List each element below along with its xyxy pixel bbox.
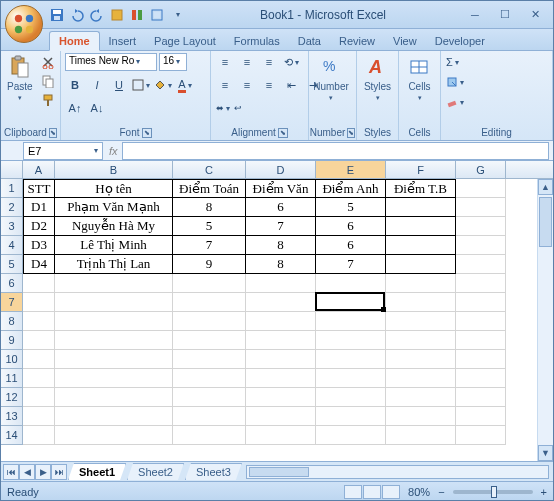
- cell[interactable]: [55, 312, 173, 331]
- cell[interactable]: [456, 312, 506, 331]
- maximize-button[interactable]: ☐: [491, 6, 519, 24]
- cell[interactable]: [23, 388, 55, 407]
- sheet-nav-last-icon[interactable]: ⏭: [51, 464, 67, 480]
- formula-input[interactable]: [122, 142, 549, 160]
- cell[interactable]: 6: [246, 198, 316, 217]
- cell[interactable]: [23, 274, 55, 293]
- cell[interactable]: [456, 350, 506, 369]
- cell[interactable]: [386, 312, 456, 331]
- cell[interactable]: [55, 350, 173, 369]
- cell[interactable]: [173, 274, 246, 293]
- column-header[interactable]: B: [55, 161, 173, 178]
- cell[interactable]: [246, 293, 316, 312]
- cell[interactable]: Trịnh Thị Lan: [55, 255, 173, 274]
- zoom-in-icon[interactable]: +: [541, 486, 547, 498]
- cell[interactable]: [316, 369, 386, 388]
- row-header[interactable]: 5: [1, 255, 23, 274]
- qat-icon[interactable]: [109, 7, 125, 23]
- cell[interactable]: [55, 388, 173, 407]
- row-header[interactable]: 12: [1, 388, 23, 407]
- cell[interactable]: D2: [23, 217, 55, 236]
- cell[interactable]: [23, 350, 55, 369]
- align-right-icon[interactable]: ≡: [259, 76, 279, 94]
- align-bottom-icon[interactable]: ≡: [259, 53, 279, 71]
- cell[interactable]: [173, 369, 246, 388]
- cell[interactable]: STT: [23, 179, 55, 198]
- cell[interactable]: [316, 293, 386, 312]
- cell[interactable]: [456, 407, 506, 426]
- sheet-tab[interactable]: Sheet2: [127, 463, 184, 480]
- cell[interactable]: 7: [173, 236, 246, 255]
- paste-button[interactable]: Paste ▾: [5, 53, 35, 104]
- vertical-scrollbar[interactable]: ▲ ▼: [537, 179, 553, 461]
- cell[interactable]: [386, 426, 456, 445]
- column-header[interactable]: C: [173, 161, 246, 178]
- page-break-view-icon[interactable]: [382, 485, 400, 499]
- cell[interactable]: [246, 369, 316, 388]
- cell[interactable]: [173, 350, 246, 369]
- format-painter-icon[interactable]: [38, 91, 58, 109]
- sheet-tab[interactable]: Sheet3: [185, 463, 242, 480]
- cell[interactable]: [173, 388, 246, 407]
- cell[interactable]: [316, 388, 386, 407]
- cell[interactable]: [173, 293, 246, 312]
- cell[interactable]: [386, 388, 456, 407]
- minimize-button[interactable]: ─: [461, 6, 489, 24]
- horizontal-scrollbar[interactable]: [246, 465, 549, 479]
- cell[interactable]: [386, 198, 456, 217]
- column-header[interactable]: E: [316, 161, 386, 178]
- worksheet-grid[interactable]: ABCDEFG 1234567891011121314 STTHọ tênĐiể…: [1, 161, 553, 461]
- cell[interactable]: [246, 312, 316, 331]
- cell[interactable]: [456, 274, 506, 293]
- styles-button[interactable]: A Styles▾: [361, 53, 394, 104]
- align-top-icon[interactable]: ≡: [215, 53, 235, 71]
- cell[interactable]: [456, 255, 506, 274]
- row-header[interactable]: 11: [1, 369, 23, 388]
- cell[interactable]: [456, 179, 506, 198]
- qat-customize-icon[interactable]: [169, 7, 185, 23]
- cell[interactable]: [456, 293, 506, 312]
- cell[interactable]: [386, 217, 456, 236]
- cell[interactable]: [386, 350, 456, 369]
- font-launcher-icon[interactable]: ⬊: [142, 128, 152, 138]
- cell[interactable]: [246, 426, 316, 445]
- alignment-launcher-icon[interactable]: ⬊: [278, 128, 288, 138]
- cell[interactable]: [173, 407, 246, 426]
- row-header[interactable]: 6: [1, 274, 23, 293]
- cell[interactable]: Phạm Văn Mạnh: [55, 198, 173, 217]
- tab-view[interactable]: View: [384, 32, 426, 50]
- cell[interactable]: D3: [23, 236, 55, 255]
- cell[interactable]: [246, 331, 316, 350]
- cell[interactable]: [456, 198, 506, 217]
- grow-font-icon[interactable]: A↑: [65, 99, 85, 117]
- cell[interactable]: [386, 407, 456, 426]
- cell[interactable]: [386, 255, 456, 274]
- cell[interactable]: [456, 388, 506, 407]
- row-header[interactable]: 7: [1, 293, 23, 312]
- cell[interactable]: Điểm Anh: [316, 179, 386, 198]
- cell[interactable]: [55, 331, 173, 350]
- qat-icon-2[interactable]: [129, 7, 145, 23]
- cell[interactable]: 7: [246, 217, 316, 236]
- cell[interactable]: [386, 274, 456, 293]
- tab-formulas[interactable]: Formulas: [225, 32, 289, 50]
- cell[interactable]: Lê Thị Minh: [55, 236, 173, 255]
- undo-icon[interactable]: [69, 7, 85, 23]
- sheet-nav-next-icon[interactable]: ▶: [35, 464, 51, 480]
- cell[interactable]: [316, 350, 386, 369]
- cell[interactable]: [173, 426, 246, 445]
- cell[interactable]: [316, 407, 386, 426]
- align-middle-icon[interactable]: ≡: [237, 53, 257, 71]
- cell[interactable]: [316, 312, 386, 331]
- tab-page-layout[interactable]: Page Layout: [145, 32, 225, 50]
- cell[interactable]: 9: [173, 255, 246, 274]
- scroll-thumb[interactable]: [539, 197, 552, 247]
- page-layout-view-icon[interactable]: [363, 485, 381, 499]
- tab-review[interactable]: Review: [330, 32, 384, 50]
- cell[interactable]: [55, 274, 173, 293]
- zoom-slider[interactable]: [453, 490, 533, 494]
- cell[interactable]: [456, 369, 506, 388]
- row-header[interactable]: 4: [1, 236, 23, 255]
- cell[interactable]: 8: [246, 236, 316, 255]
- align-center-icon[interactable]: ≡: [237, 76, 257, 94]
